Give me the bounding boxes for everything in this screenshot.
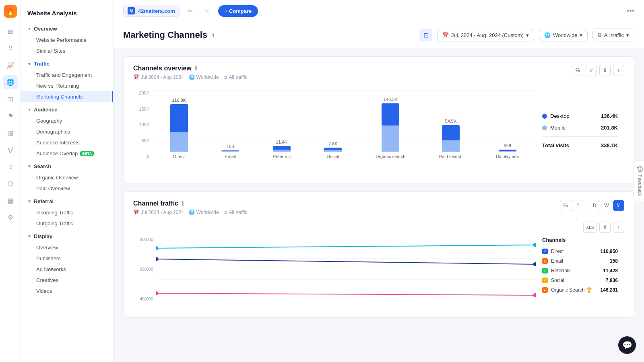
traffic-type-dropdown[interactable]: ⧉ All traffic ▾ [592, 29, 634, 41]
legend-mobile: Mobile 201.8K [542, 125, 618, 131]
channel-traffic-header: Channel traffic ℹ 📅 Jul 2024 - Aug 2024 … [133, 200, 624, 222]
meta-geo: 🌐 Worldwide [189, 74, 219, 80]
y-label-50k: 50K [141, 138, 149, 143]
y-label-80k: 80,000 [140, 237, 153, 242]
flag-icon[interactable]: ⚑ [3, 109, 18, 123]
percent-toggle[interactable]: % [572, 65, 583, 76]
check-direct[interactable]: ✓ [542, 249, 548, 254]
home-icon[interactable]: ⊞ [3, 24, 18, 39]
section-label-traffic: Traffic [34, 61, 50, 67]
globe-icon-meta: 🌐 [189, 74, 195, 80]
sidebar-section-header-overview[interactable]: ▼ Overview [21, 23, 113, 35]
sidebar-item-videos[interactable]: Videos [21, 286, 113, 296]
title-info-icon[interactable]: ℹ [212, 32, 214, 38]
sidebar-item-organic-overview[interactable]: Organic Overview [21, 172, 113, 183]
analytics-icon[interactable]: ⠿ [3, 41, 18, 56]
y-label-40k: 40,000 [140, 296, 153, 301]
y-label-0: 0 [147, 154, 149, 159]
compare-button[interactable]: + Compare [218, 5, 258, 17]
calendar-icon: 📅 [442, 32, 449, 38]
feedback-tab[interactable]: 💬 Feedback [634, 160, 644, 202]
channels-overview-title: Channels overview ℹ [133, 65, 247, 72]
week-button[interactable]: W [601, 200, 612, 211]
channel-organic-label: ✓ Organic Search 🏆 [542, 287, 592, 293]
download-t-button[interactable]: ⬇ [599, 222, 611, 233]
sidebar-item-traffic-engagement[interactable]: Traffic and Engagement [21, 70, 113, 80]
puzzle-icon[interactable]: ⬡ [3, 176, 18, 191]
download-button[interactable]: ⬇ [599, 65, 611, 76]
sidebar-item-website-performance[interactable]: Website Performance [21, 35, 113, 45]
sidebar-item-publishers[interactable]: Publishers [21, 253, 113, 264]
geography-dropdown[interactable]: 🌐 Worldwide ▾ [539, 29, 588, 41]
sidebar-item-creatives[interactable]: Creatives [21, 275, 113, 286]
sidebar-item-similar-sites[interactable]: Similar Sites [21, 45, 113, 56]
mobile-dot [542, 125, 547, 130]
line-direct [156, 245, 536, 248]
day-button[interactable]: D [589, 200, 600, 211]
sidebar-item-demographics[interactable]: Demographics [21, 126, 113, 137]
line-chart-svg [156, 237, 536, 301]
sidebar-item-audience-overlap[interactable]: Audience Overlap BETA [21, 148, 113, 159]
sidebar-section-header-audience[interactable]: ▼ Audience [21, 104, 113, 115]
check-organic[interactable]: ✓ [542, 287, 548, 293]
hash-toggle-t[interactable]: # [572, 200, 583, 211]
percent-toggle-t[interactable]: % [560, 200, 571, 211]
meta-date: 📅 Jul 2024 - Aug 2024 [133, 74, 184, 80]
trends-icon[interactable]: 📈 [3, 58, 18, 72]
funnel-icon[interactable]: ⋁ [3, 142, 18, 157]
traffic-meta-type: ⧉ All traffic [224, 210, 248, 215]
bar-display: 599 Display ads [496, 143, 519, 159]
tag-icon[interactable]: ⌂ [3, 159, 18, 174]
sidebar-section-header-search[interactable]: ▼ Search [21, 160, 113, 172]
y-label-200k: 200K [139, 90, 149, 95]
chat-bubble[interactable]: 💬 [618, 336, 636, 354]
sidebar-item-display-overview[interactable]: Overview [21, 242, 113, 253]
sidebar-item-incoming-traffic[interactable]: Incoming Traffic [21, 207, 113, 218]
globe-icon[interactable]: 🌐 [3, 75, 18, 89]
favorite-button[interactable]: ☆ [201, 5, 213, 17]
bar-label-referrals: 11.4K [276, 140, 287, 144]
add-t-button[interactable]: + [613, 222, 624, 233]
bar-label-email: 158 [227, 144, 234, 149]
sidebar-item-outgoing-traffic[interactable]: Outgoing Traffic [21, 218, 113, 229]
overview-info-icon[interactable]: ℹ [195, 65, 197, 72]
y-label-60k: 60,000 [140, 267, 153, 272]
document-icon[interactable]: ▤ [3, 193, 18, 208]
settings-icon[interactable]: ⚙ [3, 210, 18, 224]
site-badge[interactable]: M 42matters.com [123, 5, 180, 17]
sidebar-item-audience-interests[interactable]: Audience Interests [21, 137, 113, 148]
month-button[interactable]: M [613, 200, 624, 211]
add-button[interactable]: + [613, 65, 624, 76]
sidebar-section-overview: ▼ Overview Website Performance Similar S… [21, 23, 113, 56]
excel-export-button[interactable]: XLS [583, 222, 597, 233]
traffic-info-icon[interactable]: ℹ [182, 200, 184, 207]
sidebar-item-geography[interactable]: Geography [21, 115, 113, 126]
sidebar-section-header-display[interactable]: ▼ Display [21, 230, 113, 242]
channel-item-email: ✓ Email 158 [542, 258, 618, 264]
sidebar-item-new-returning[interactable]: New vs. Returning [21, 80, 113, 91]
hash-toggle[interactable]: # [586, 65, 597, 76]
dot-email-end [533, 262, 536, 266]
social-value: 7,836 [606, 278, 618, 283]
sidebar-section-header-referral[interactable]: ▼ Referral [21, 195, 113, 207]
chevron-display-icon: ▼ [27, 234, 31, 239]
sidebar-item-ad-networks[interactable]: Ad Networks [21, 264, 113, 275]
globe-geo-icon: 🌐 [544, 32, 551, 38]
dashboard-icon-btn[interactable]: ⊡ [419, 29, 432, 41]
bar-chart-icon[interactable]: ▦ [3, 125, 18, 140]
channel-traffic-title: Channel traffic ℹ [133, 200, 247, 207]
check-social[interactable]: ✓ [542, 278, 548, 283]
dot-social-end [533, 293, 536, 297]
layers-icon[interactable]: ◫ [3, 92, 18, 106]
card-header-left: Channels overview ℹ 📅 Jul 2024 - Aug 202… [133, 65, 247, 80]
sidebar-item-paid-overview[interactable]: Paid Overview [21, 183, 113, 194]
bar-email-mobile [221, 151, 239, 152]
check-email[interactable]: ✓ [542, 258, 548, 264]
edit-site-button[interactable]: ✏ [184, 5, 196, 17]
sidebar-item-marketing-channels[interactable]: Marketing Channels [21, 91, 113, 102]
sidebar-section-header-traffic[interactable]: ▼ Traffic [21, 58, 113, 70]
check-referrals[interactable]: ✓ [542, 268, 548, 274]
traffic-icon: ⧉ [598, 32, 601, 38]
date-range-dropdown[interactable]: 📅 Jul, 2024 - Aug, 2024 (Custom) ▾ [437, 29, 534, 41]
more-options-button[interactable]: ••• [627, 7, 634, 15]
